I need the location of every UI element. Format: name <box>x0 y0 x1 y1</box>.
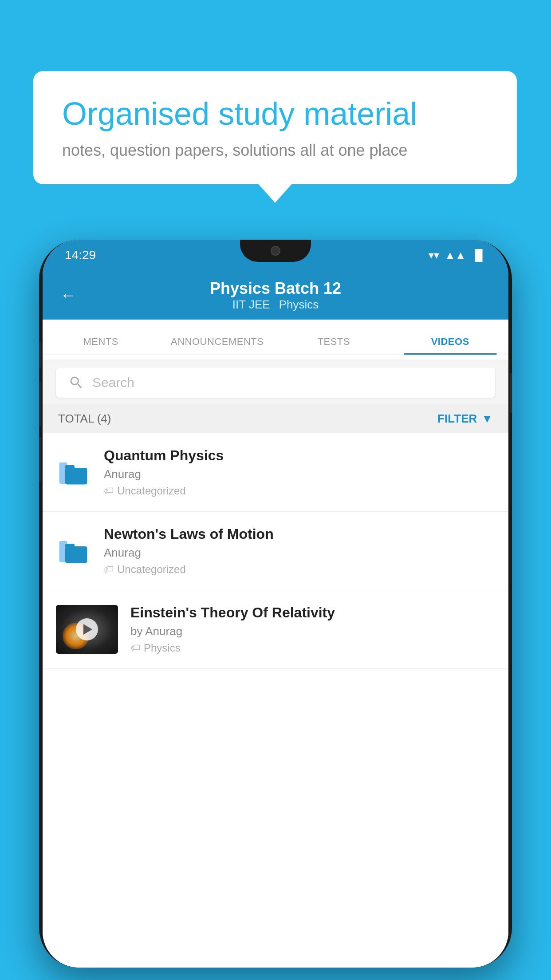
list-item[interactable]: Quantum Physics Anurag 🏷 Uncategorized <box>43 433 508 512</box>
power-button <box>510 373 512 413</box>
tab-announcements[interactable]: ANNOUNCEMENTS <box>159 336 276 355</box>
total-count: TOTAL (4) <box>58 412 111 426</box>
speech-bubble-subtext: notes, question papers, solutions all at… <box>62 141 488 160</box>
app-header: ← Physics Batch 12 IIT JEE Physics <box>43 271 508 320</box>
tag-icon: 🏷 <box>104 485 114 497</box>
tab-tests[interactable]: TESTS <box>276 336 392 355</box>
svg-rect-7 <box>65 544 75 548</box>
video-tag: 🏷 Uncategorized <box>104 563 495 576</box>
tab-videos[interactable]: VIDEOS <box>392 336 509 355</box>
search-icon <box>68 375 84 391</box>
video-author: Anurag <box>104 467 495 481</box>
mute-button <box>39 342 41 368</box>
folder-icon-wrap <box>56 454 91 490</box>
header-title: Physics Batch 12 <box>210 279 341 298</box>
folder-icon <box>57 534 91 568</box>
search-container: Search <box>43 360 508 406</box>
svg-rect-6 <box>65 546 87 563</box>
video-info: Newton's Laws of Motion Anurag 🏷 Uncateg… <box>104 526 495 576</box>
video-info: Quantum Physics Anurag 🏷 Uncategorized <box>104 447 495 497</box>
video-tag: 🏷 Physics <box>130 642 495 654</box>
back-button[interactable]: ← <box>60 286 76 304</box>
volume-up-button <box>39 382 41 426</box>
tag-label: Uncategorized <box>117 563 186 576</box>
status-time: 14:29 <box>65 248 96 262</box>
video-title: Einstein's Theory Of Relativity <box>130 605 495 621</box>
video-author: by Anurag <box>130 624 495 638</box>
play-button[interactable] <box>76 618 98 640</box>
tag-icon: 🏷 <box>104 564 114 575</box>
folder-icon-wrap <box>56 533 91 569</box>
video-tag: 🏷 Uncategorized <box>104 485 495 497</box>
video-thumbnail <box>56 605 118 654</box>
filter-icon: ▼ <box>481 412 493 426</box>
tag-label: Physics <box>144 642 181 654</box>
search-input-wrap[interactable]: Search <box>56 368 495 398</box>
tab-ments[interactable]: MENTS <box>43 336 159 355</box>
status-icons: ▾▾ ▲▲ ▐▌ <box>429 249 486 261</box>
battery-icon: ▐▌ <box>471 249 486 261</box>
header-subtitle: IIT JEE Physics <box>232 298 319 312</box>
folder-icon <box>57 456 91 489</box>
speech-bubble-heading: Organised study material <box>62 95 488 132</box>
video-title: Quantum Physics <box>104 447 495 464</box>
svg-rect-3 <box>65 465 75 469</box>
tag-icon: 🏷 <box>130 642 140 654</box>
phone-frame: 14:29 ▾▾ ▲▲ ▐▌ ← Physics Batch 12 IIT JE… <box>39 240 512 968</box>
svg-rect-2 <box>65 468 87 485</box>
subtitle-iitjee: IIT JEE <box>232 298 270 312</box>
phone-screen: 14:29 ▾▾ ▲▲ ▐▌ ← Physics Batch 12 IIT JE… <box>43 240 508 968</box>
tag-label: Uncategorized <box>117 485 186 497</box>
wifi-icon: ▾▾ <box>429 249 439 261</box>
signal-icon: ▲▲ <box>445 249 466 261</box>
filter-label: FILTER <box>437 412 477 426</box>
video-list: Quantum Physics Anurag 🏷 Uncategorized <box>43 433 508 968</box>
list-item[interactable]: Einstein's Theory Of Relativity by Anura… <box>43 590 508 669</box>
tabs-bar: MENTS ANNOUNCEMENTS TESTS VIDEOS <box>43 320 508 355</box>
play-triangle-icon <box>83 624 92 635</box>
camera-dot <box>271 246 280 256</box>
video-title: Newton's Laws of Motion <box>104 526 495 542</box>
speech-bubble-container: Organised study material notes, question… <box>33 71 517 184</box>
video-author: Anurag <box>104 546 495 560</box>
filter-bar: TOTAL (4) FILTER ▼ <box>43 404 508 433</box>
subtitle-physics: Physics <box>279 298 319 312</box>
phone-notch <box>240 240 311 262</box>
speech-bubble: Organised study material notes, question… <box>33 71 517 184</box>
video-info: Einstein's Theory Of Relativity by Anura… <box>130 605 495 654</box>
search-placeholder: Search <box>92 375 134 390</box>
list-item[interactable]: Newton's Laws of Motion Anurag 🏷 Uncateg… <box>43 512 508 590</box>
volume-down-button <box>39 437 41 482</box>
filter-button[interactable]: FILTER ▼ <box>437 412 493 426</box>
